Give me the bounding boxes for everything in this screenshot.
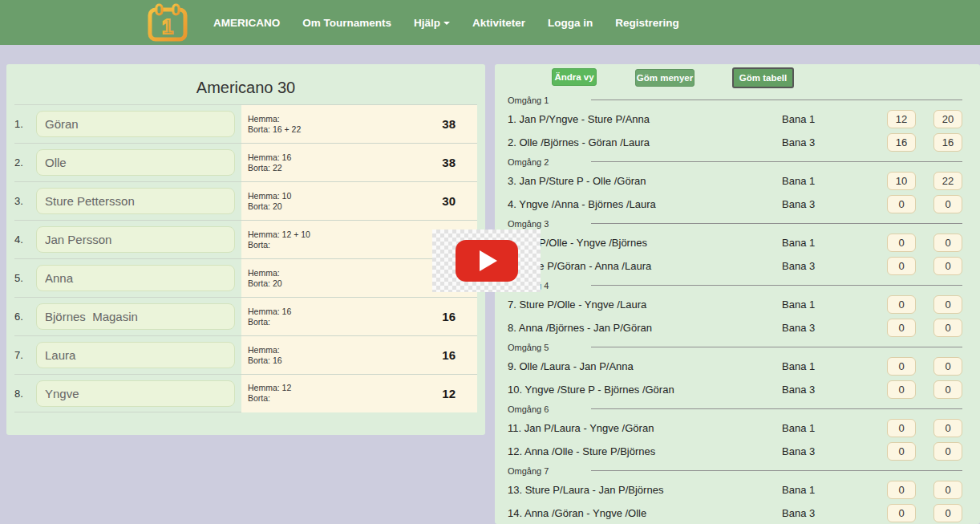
match-score-input-1[interactable]	[887, 481, 916, 499]
match-title: 14. Anna /Göran - Yngve /Olle	[508, 507, 782, 519]
match-score-input-1[interactable]	[887, 419, 916, 437]
match-court: Bana 1	[782, 113, 887, 125]
player-name-input[interactable]	[36, 265, 235, 291]
video-player-overlay[interactable]	[432, 230, 541, 292]
match-score-input-1[interactable]	[887, 357, 916, 376]
player-away: Borta: 20	[248, 201, 291, 212]
player-home-away: Hemma: 10 Borta: 20	[248, 191, 291, 212]
round-divider	[591, 100, 962, 100]
match-title: 9. Olle /Laura - Jan P/Anna	[508, 360, 782, 372]
match-score-input-1[interactable]	[887, 442, 916, 461]
match-score-input-2[interactable]	[933, 110, 962, 128]
player-home: Hemma: 12 + 10	[248, 230, 310, 240]
match-court: Bana 3	[782, 260, 887, 272]
tournament-title: Americano 30	[6, 64, 485, 104]
standings-panel: Americano 30 1. Hemma: Borta: 16 + 22 38…	[6, 64, 485, 435]
match-score-input-2[interactable]	[933, 234, 962, 252]
change-view-button[interactable]: Ändra vy	[552, 68, 597, 86]
nav-item-om-tournaments[interactable]: Om Tournaments	[291, 17, 403, 29]
round-label: Omgång 7	[508, 466, 591, 476]
match-score-input-1[interactable]	[887, 234, 916, 252]
match-score-input-1[interactable]	[887, 172, 916, 190]
player-away: Borta:	[248, 393, 291, 404]
match-score-input-2[interactable]	[933, 357, 962, 376]
round-label: Omgång 2	[508, 157, 591, 167]
match-court: Bana 3	[782, 507, 887, 519]
player-home-away: Hemma: 16 Borta: 22	[248, 152, 291, 173]
player-name-input[interactable]	[36, 303, 235, 330]
match-title: 3. Jan P/Sture P - Olle /Göran	[508, 175, 782, 187]
match-row: 14. Anna /Göran - Yngve /Olle Bana 3	[508, 502, 962, 524]
player-name-input[interactable]	[36, 149, 235, 176]
round-divider	[591, 347, 962, 347]
match-title: 13. Sture P/Laura - Jan P/Björnes	[508, 484, 782, 496]
player-result-cell: Hemma: 16 Borta: 22 38	[241, 144, 477, 181]
player-name-input[interactable]	[36, 188, 235, 214]
nav-item-registrering[interactable]: Registrering	[604, 17, 690, 29]
match-score-input-2[interactable]	[933, 319, 962, 337]
match-score-input-2[interactable]	[933, 172, 962, 190]
player-row: 6. Hemma: 16 Borta: 16	[14, 297, 477, 335]
round-block: Omgång 4 7. Sture P/Olle - Yngve /Laura …	[508, 278, 962, 339]
player-home-away: Hemma: 12 Borta:	[248, 383, 291, 404]
match-court: Bana 3	[782, 384, 887, 396]
nav-item-hjalp[interactable]: Hjälp	[403, 17, 461, 29]
nav-item-americano[interactable]: AMERICANO	[202, 17, 291, 29]
player-home: Hemma: 10	[248, 191, 291, 201]
nav-item-logga-in[interactable]: Logga in	[537, 17, 604, 29]
match-score-input-1[interactable]	[887, 504, 916, 522]
match-row: 11. Jan P/Laura - Yngve /Göran Bana 1	[508, 416, 962, 440]
navbar: 1 AMERICANO Om Tournaments Hjälp Aktivit…	[0, 0, 980, 45]
match-score-input-2[interactable]	[933, 195, 962, 213]
brand-logo[interactable]: 1	[143, 3, 192, 42]
player-home-away: Hemma: 12 + 10 Borta:	[248, 230, 310, 250]
match-score-input-1[interactable]	[887, 319, 916, 337]
match-score-input-2[interactable]	[933, 295, 962, 314]
match-score-input-2[interactable]	[933, 133, 962, 152]
round-divider	[591, 408, 962, 409]
match-score-input-1[interactable]	[887, 195, 916, 213]
player-home-away: Hemma: Borta: 20	[248, 268, 282, 289]
player-rank: 5.	[14, 272, 36, 284]
match-court: Bana 1	[782, 175, 887, 187]
player-rank: 2.	[14, 156, 36, 169]
player-result-cell: Hemma: 10 Borta: 20 30	[241, 182, 477, 220]
match-row: 9. Olle /Laura - Jan P/Anna Bana 1	[508, 355, 962, 378]
match-score-input-2[interactable]	[933, 257, 962, 275]
match-score-input-2[interactable]	[933, 481, 962, 499]
match-score-input-2[interactable]	[933, 442, 962, 461]
match-row: 13. Sture P/Laura - Jan P/Björnes Bana 1	[508, 478, 962, 502]
svg-text:1: 1	[162, 15, 173, 38]
round-block: Omgång 7 13. Sture P/Laura - Jan P/Björn…	[508, 463, 962, 524]
match-score-input-1[interactable]	[887, 380, 916, 399]
schedule-panel: Ändra vy Göm menyer Göm tabell Omgång 1 …	[495, 64, 980, 524]
player-name-input[interactable]	[36, 342, 235, 368]
match-score-input-1[interactable]	[887, 257, 916, 275]
hide-menus-button[interactable]: Göm menyer	[635, 69, 695, 87]
player-name-input[interactable]	[36, 111, 235, 137]
player-score: 12	[442, 387, 456, 400]
player-home: Hemma:	[248, 114, 301, 124]
match-score-input-1[interactable]	[887, 110, 916, 128]
match-score-input-1[interactable]	[887, 295, 916, 314]
player-row: 1. Hemma: Borta: 16 + 22 38	[14, 104, 477, 143]
player-home: Hemma: 12	[248, 383, 291, 393]
player-name-input[interactable]	[36, 380, 235, 407]
youtube-play-button[interactable]	[456, 240, 518, 282]
round-block: Omgång 5 9. Olle /Laura - Jan P/Anna Ban…	[508, 339, 962, 401]
nav-menu: AMERICANO Om Tournaments Hjälp Aktivitet…	[202, 17, 690, 29]
player-name-input[interactable]	[36, 226, 235, 253]
nav-item-aktiviteter[interactable]: Aktiviteter	[461, 17, 537, 29]
match-score-input-1[interactable]	[887, 133, 916, 152]
match-title: 6. Sture P/Göran - Anna /Laura	[508, 260, 782, 272]
player-score: 16	[442, 348, 456, 362]
hide-table-button[interactable]: Göm tabell	[732, 67, 794, 88]
match-score-input-2[interactable]	[933, 380, 962, 399]
match-score-input-2[interactable]	[933, 504, 962, 522]
player-score: 30	[442, 194, 456, 208]
player-row: 2. Hemma: 16 Borta: 22 38	[14, 143, 477, 181]
match-row: 1. Jan P/Yngve - Sture P/Anna Bana 1	[508, 108, 962, 131]
match-court: Bana 3	[782, 136, 887, 148]
match-court: Bana 3	[782, 198, 887, 210]
match-score-input-2[interactable]	[933, 419, 962, 437]
